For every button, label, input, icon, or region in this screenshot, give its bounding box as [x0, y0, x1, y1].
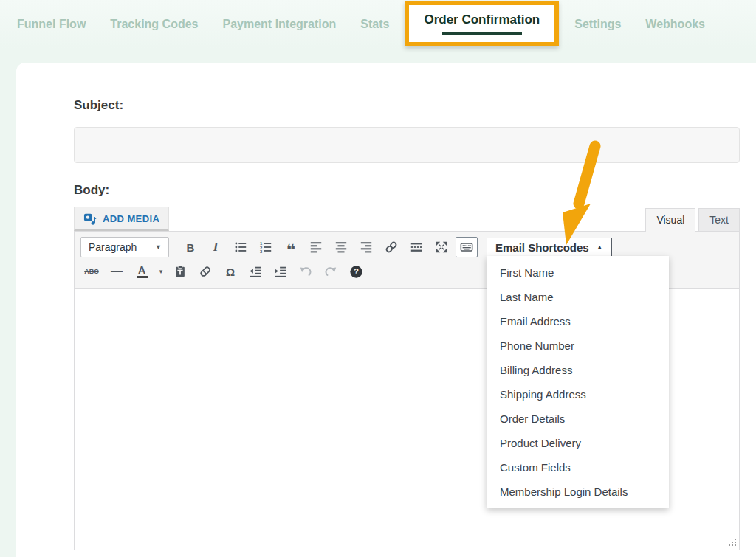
align-center-button[interactable] [330, 237, 352, 257]
tab-funnel-flow[interactable]: Funnel Flow [17, 18, 86, 31]
align-left-button[interactable] [305, 237, 327, 257]
editor-statusbar [75, 533, 739, 550]
help-button[interactable]: ? [345, 261, 367, 282]
annotation-highlight-box: Order Confirmation [405, 1, 559, 46]
blockquote-button[interactable]: ❝ [280, 237, 302, 257]
tab-bar: Funnel Flow Tracking Codes Payment Integ… [0, 0, 756, 49]
tab-tracking-codes[interactable]: Tracking Codes [110, 18, 198, 31]
align-right-icon [360, 241, 373, 254]
align-right-button[interactable] [355, 237, 377, 257]
fullscreen-button[interactable] [430, 237, 453, 257]
svg-text:?: ? [354, 267, 359, 276]
align-left-icon [309, 241, 323, 254]
bullet-list-icon [234, 241, 247, 254]
order-confirmation-panel: Subject: Body: ADD MEDIA Visual Text Par… [16, 63, 756, 557]
menu-item-product-delivery[interactable]: Product Delivery [487, 431, 669, 455]
editor-header-row: ADD MEDIA Visual Text [74, 207, 740, 231]
keyboard-icon [460, 241, 473, 254]
menu-item-phone-number[interactable]: Phone Number [487, 333, 669, 358]
visual-tab[interactable]: Visual [645, 208, 695, 232]
align-center-icon [334, 241, 348, 254]
undo-button[interactable] [295, 261, 317, 282]
tab-settings[interactable]: Settings [574, 18, 621, 31]
menu-item-custom-fields[interactable]: Custom Fields [487, 455, 669, 480]
clear-formatting-button[interactable] [194, 261, 216, 282]
read-more-icon [410, 241, 423, 254]
undo-icon [299, 265, 312, 278]
menu-item-membership-login-details[interactable]: Membership Login Details [487, 480, 669, 504]
subject-label: Subject: [74, 98, 740, 113]
menu-item-last-name[interactable]: Last Name [487, 285, 669, 309]
email-shortcodes-menu: First Name Last Name Email Address Phone… [487, 256, 669, 508]
numbered-list-button[interactable]: 1 2 3 [255, 237, 277, 257]
toolbar-row-1: Paragraph ▼ B I 1 2 3 [80, 237, 733, 257]
email-shortcodes-label: Email Shortcodes [495, 241, 589, 254]
subject-input[interactable] [74, 127, 740, 163]
numbered-list-icon: 1 2 3 [259, 241, 272, 254]
active-tab-underline [442, 32, 522, 35]
read-more-button[interactable] [405, 237, 427, 257]
add-media-icon [83, 212, 97, 226]
paste-as-text-icon [173, 265, 187, 278]
text-color-dropdown-arrow[interactable]: ▼ [156, 261, 166, 282]
tab-webhooks[interactable]: Webhooks [645, 18, 705, 31]
resize-grip-icon [727, 538, 738, 548]
text-color-button[interactable]: A [131, 261, 153, 282]
text-tab[interactable]: Text [698, 208, 740, 232]
tab-order-confirmation[interactable]: Order Confirmation [424, 13, 540, 27]
special-character-button[interactable]: Ω [219, 261, 241, 282]
link-icon [385, 241, 398, 254]
email-shortcodes-button[interactable]: Email Shortcodes ▲ [487, 238, 612, 257]
paragraph-format-select[interactable]: Paragraph ▼ [80, 237, 169, 257]
keyboard-shortcuts-button[interactable] [456, 237, 478, 257]
eraser-icon [199, 265, 212, 278]
italic-button[interactable]: I [205, 237, 227, 257]
menu-item-email-address[interactable]: Email Address [487, 309, 669, 333]
menu-item-shipping-address[interactable]: Shipping Address [487, 382, 669, 406]
add-media-label: ADD MEDIA [103, 213, 159, 224]
svg-text:3: 3 [260, 249, 263, 254]
bold-button[interactable]: B [179, 237, 202, 257]
text-color-swatch [137, 276, 148, 278]
text-color-letter: A [138, 266, 145, 274]
paste-as-text-button[interactable] [169, 261, 191, 282]
fullscreen-icon [435, 241, 448, 254]
body-label: Body: [74, 183, 740, 198]
horizontal-rule-button[interactable]: — [106, 261, 128, 282]
indent-button[interactable] [269, 261, 292, 282]
tab-stats[interactable]: Stats [360, 18, 389, 31]
editor-mode-tabs: Visual Text [645, 207, 740, 231]
add-media-button[interactable]: ADD MEDIA [74, 207, 169, 231]
outdent-button[interactable] [244, 261, 267, 282]
redo-button[interactable] [320, 261, 342, 282]
chevron-up-icon: ▲ [597, 243, 603, 251]
strikethrough-button[interactable]: ABC [80, 261, 103, 282]
menu-item-order-details[interactable]: Order Details [487, 406, 669, 431]
rich-text-editor: Paragraph ▼ B I 1 2 3 [74, 231, 740, 550]
outdent-icon [249, 265, 262, 278]
indent-icon [274, 265, 287, 278]
resize-grip[interactable] [727, 538, 738, 548]
insert-link-button[interactable] [380, 237, 402, 257]
menu-item-billing-address[interactable]: Billing Address [487, 358, 669, 382]
bullet-list-button[interactable] [230, 237, 252, 257]
tab-payment-integration[interactable]: Payment Integration [222, 18, 336, 31]
paragraph-format-value: Paragraph [89, 241, 137, 253]
menu-item-first-name[interactable]: First Name [487, 260, 669, 285]
redo-icon [324, 265, 337, 278]
chevron-down-icon: ▼ [155, 243, 162, 251]
help-icon: ? [349, 265, 363, 279]
